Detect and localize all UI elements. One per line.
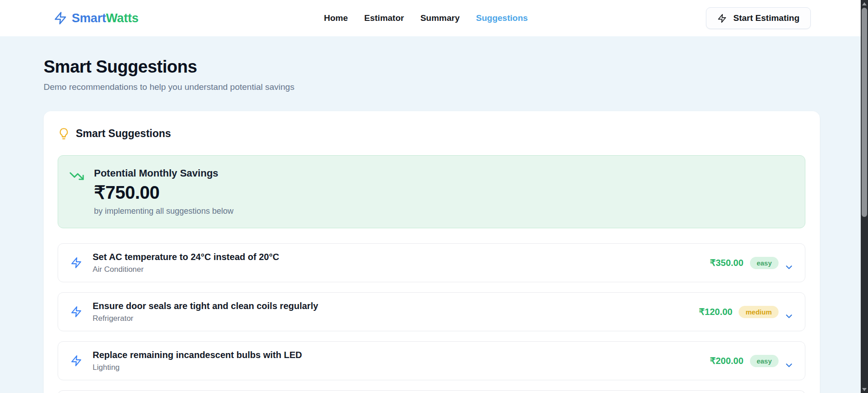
- page-subtitle: Demo recommendations to help you underst…: [44, 82, 820, 92]
- suggestion-row-partial[interactable]: [58, 390, 805, 393]
- banner-amount: ₹750.00: [94, 182, 233, 203]
- nav-link-summary[interactable]: Summary: [420, 13, 460, 23]
- brand-name: SmartWatts: [72, 11, 138, 25]
- card-header: Smart Suggestions: [58, 128, 805, 140]
- suggestion-texts: Ensure door seals are tight and clean co…: [93, 301, 318, 323]
- suggestion-category: Refrigerator: [93, 314, 318, 323]
- suggestion-category: Lighting: [93, 363, 302, 372]
- chevron-down-icon[interactable]: [784, 360, 794, 370]
- brand-logo[interactable]: SmartWatts: [54, 11, 138, 25]
- nav-link-home[interactable]: Home: [324, 13, 348, 23]
- suggestion-title: Ensure door seals are tight and clean co…: [93, 301, 318, 311]
- suggestion-row-left: Replace remaining incandescent bulbs wit…: [70, 350, 302, 372]
- main-content: Smart Suggestions Demo recommendations t…: [44, 57, 820, 393]
- zap-icon: [54, 11, 67, 25]
- suggestion-row-right: ₹120.00 medium: [699, 302, 794, 321]
- suggestion-category: Air Conditioner: [93, 265, 279, 274]
- page-title: Smart Suggestions: [44, 57, 820, 77]
- suggestion-row-right: ₹350.00 easy: [710, 253, 794, 272]
- start-estimating-label: Start Estimating: [733, 13, 799, 23]
- suggestion-row[interactable]: Ensure door seals are tight and clean co…: [58, 292, 805, 331]
- brand-name-second: Watts: [106, 11, 139, 25]
- difficulty-badge: easy: [750, 257, 779, 269]
- potential-savings-banner: Potential Monthly Savings ₹750.00 by imp…: [58, 155, 805, 228]
- nav-link-estimator[interactable]: Estimator: [364, 13, 404, 23]
- scrollbar-down-arrow[interactable]: [862, 388, 867, 391]
- scrollbar-track[interactable]: [861, 0, 868, 393]
- start-estimating-button[interactable]: Start Estimating: [706, 7, 811, 29]
- suggestion-savings: ₹200.00: [710, 355, 744, 366]
- suggestion-row-left: Set AC temperature to 24°C instead of 20…: [70, 252, 279, 274]
- suggestion-savings: ₹350.00: [710, 257, 744, 268]
- main-nav: Home Estimator Summary Suggestions: [324, 0, 528, 36]
- chevron-down-icon[interactable]: [784, 262, 794, 272]
- zap-icon: [70, 306, 82, 318]
- suggestions-card: Smart Suggestions Potential Monthly Savi…: [44, 111, 820, 393]
- zap-icon: [717, 14, 727, 23]
- nav-link-suggestions[interactable]: Suggestions: [476, 13, 528, 23]
- trending-down-icon: [69, 168, 84, 184]
- lightbulb-icon: [58, 128, 70, 140]
- suggestion-row[interactable]: Set AC temperature to 24°C instead of 20…: [58, 243, 805, 282]
- suggestion-row-right: ₹200.00 easy: [710, 351, 794, 370]
- banner-title: Potential Monthly Savings: [94, 167, 233, 179]
- suggestion-title: Set AC temperature to 24°C instead of 20…: [93, 252, 279, 262]
- suggestion-row-left: Ensure door seals are tight and clean co…: [70, 301, 318, 323]
- suggestion-texts: Set AC temperature to 24°C instead of 20…: [93, 252, 279, 274]
- zap-icon: [70, 257, 82, 269]
- banner-texts: Potential Monthly Savings ₹750.00 by imp…: [94, 167, 233, 216]
- chevron-down-icon[interactable]: [784, 311, 794, 321]
- difficulty-badge: medium: [739, 306, 779, 318]
- brand-name-first: Smart: [72, 11, 106, 25]
- difficulty-badge: easy: [750, 355, 779, 367]
- suggestion-title: Replace remaining incandescent bulbs wit…: [93, 350, 302, 360]
- scrollbar-thumb[interactable]: [862, 8, 867, 217]
- card-title: Smart Suggestions: [76, 128, 171, 140]
- app-header: SmartWatts Home Estimator Summary Sugges…: [0, 0, 868, 36]
- zap-icon: [70, 355, 82, 367]
- suggestion-row[interactable]: Replace remaining incandescent bulbs wit…: [58, 341, 805, 380]
- suggestion-savings: ₹120.00: [699, 306, 733, 317]
- suggestion-texts: Replace remaining incandescent bulbs wit…: [93, 350, 302, 372]
- banner-note: by implementing all suggestions below: [94, 206, 233, 216]
- scrollbar-up-arrow[interactable]: [862, 2, 867, 5]
